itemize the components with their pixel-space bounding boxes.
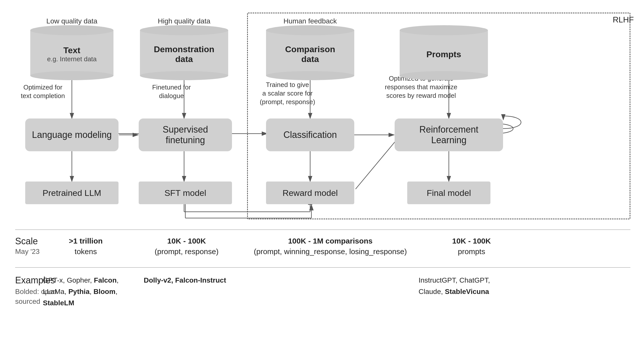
col2-arrow-text: Finetuned fordialogue	[144, 83, 199, 100]
col2-db-label: High quality data	[141, 17, 227, 25]
col3-process-box: Classification	[266, 118, 354, 151]
col2-output-box: SFT model	[139, 182, 232, 204]
col1-output-box: Pretrained LLM	[25, 182, 119, 204]
col4-process-box: ReinforcementLearning	[395, 118, 503, 151]
col1-db-subtitle: e.g. Internet data	[47, 55, 97, 63]
col2-cylinder: Demonstrationdata	[140, 25, 228, 76]
examples-col2: Dolly-v2, Falcon-Instruct	[144, 275, 240, 286]
col1-db-title: Text	[63, 45, 80, 55]
divider-line-1	[15, 229, 630, 230]
scale-col2: 10K - 100K(prompt, response)	[139, 236, 235, 257]
scale-col1: >1 trilliontokens	[43, 236, 129, 257]
scale-col3: 100K - 1M comparisons(prompt, winning_re…	[247, 236, 414, 257]
diagram-container: Low quality data Text e.g. Internet data…	[0, 0, 644, 360]
examples-col1: GPT-x, Gopher, Falcon,LLaMa, Pythia, Blo…	[43, 275, 139, 309]
scale-col4: 10K - 100Kprompts	[429, 236, 514, 257]
col1-process-box: Language modeling	[25, 118, 119, 151]
scale-sublabel: May '23	[15, 248, 40, 256]
col3-db-label: Human feedback	[267, 17, 353, 25]
col3-arrow-text: Trained to givea scalar score for(prompt…	[252, 81, 323, 106]
col4-cylinder: Prompts	[400, 25, 488, 76]
col1-arrow-text: Optimized fortext completion	[15, 83, 71, 100]
col1-cylinder: Text e.g. Internet data	[30, 25, 113, 76]
examples-col4: InstructGPT, ChatGPT,Claude, StableVicun…	[419, 275, 524, 297]
col3-cylinder: Comparisondata	[266, 25, 354, 76]
col4-db-title: Prompts	[426, 49, 461, 59]
col2-db-title: Demonstrationdata	[154, 44, 214, 64]
col4-output-box: Final model	[407, 182, 490, 204]
scale-section: Scale May '23	[15, 236, 40, 256]
col3-db-title: Comparisondata	[285, 44, 335, 64]
col3-output-box: Reward model	[266, 182, 354, 204]
col1-db-label: Low quality data	[34, 17, 110, 25]
rlhf-label: RLHF	[613, 15, 634, 24]
divider-line-2	[15, 267, 630, 268]
col2-process-box: Supervisedfinetuning	[139, 118, 232, 151]
scale-label: Scale	[15, 236, 40, 247]
